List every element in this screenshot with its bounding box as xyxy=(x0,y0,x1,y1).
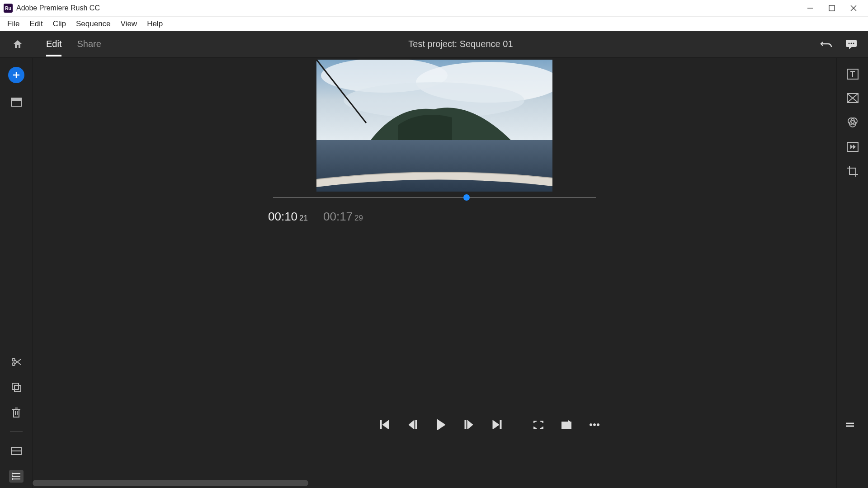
minimize-button[interactable] xyxy=(799,0,821,16)
left-rail xyxy=(0,58,33,488)
transitions-panel-icon[interactable] xyxy=(847,93,859,103)
svg-point-4 xyxy=(853,42,854,44)
tab-share[interactable]: Share xyxy=(77,32,101,56)
transport-controls: 00:10 21 00:17 29 xyxy=(33,210,836,488)
play-button[interactable] xyxy=(434,418,447,431)
go-end-button[interactable] xyxy=(491,418,503,431)
svg-rect-16 xyxy=(316,140,552,192)
svg-rect-20 xyxy=(465,420,466,429)
app-icon: Ru xyxy=(4,4,13,13)
duplicate-icon[interactable] xyxy=(9,381,24,394)
window-titlebar: Ru Adobe Premiere Rush CC xyxy=(0,0,868,16)
close-button[interactable] xyxy=(843,0,864,16)
step-forward-button[interactable] xyxy=(462,418,475,431)
duration-timecode: 00:17 29 xyxy=(323,210,363,488)
expand-tracks-icon[interactable] xyxy=(9,445,24,457)
app-toolbar: Edit Share Test project: Sequence 01 xyxy=(0,31,868,58)
svg-rect-6 xyxy=(11,98,21,100)
tab-edit[interactable]: Edit xyxy=(46,32,61,56)
svg-rect-0 xyxy=(829,5,835,11)
window-title: Adobe Premiere Rush CC xyxy=(16,4,100,12)
loop-button[interactable] xyxy=(560,418,573,431)
svg-point-3 xyxy=(851,42,852,44)
maximize-button[interactable] xyxy=(821,0,843,16)
timeline-options-button[interactable] xyxy=(844,418,856,431)
projects-icon[interactable] xyxy=(9,470,24,483)
scrub-bar[interactable] xyxy=(273,197,596,198)
crop-panel-icon[interactable] xyxy=(847,165,859,177)
fullscreen-button[interactable] xyxy=(532,418,545,431)
scissors-icon[interactable] xyxy=(9,356,24,368)
more-options-button[interactable] xyxy=(588,418,601,431)
menu-sequence[interactable]: Sequence xyxy=(71,18,115,30)
menu-edit[interactable]: Edit xyxy=(25,18,47,30)
trash-icon[interactable] xyxy=(9,406,24,419)
project-panel-icon[interactable] xyxy=(9,96,24,108)
home-button[interactable] xyxy=(11,38,24,51)
svg-rect-18 xyxy=(380,420,382,429)
add-media-button[interactable] xyxy=(8,67,24,83)
feedback-button[interactable] xyxy=(845,39,857,50)
svg-rect-21 xyxy=(500,420,501,429)
speed-panel-icon[interactable] xyxy=(847,142,859,152)
scrollbar-thumb[interactable] xyxy=(33,480,308,486)
menu-help[interactable]: Help xyxy=(142,18,167,30)
horizontal-scrollbar[interactable] xyxy=(33,480,836,486)
svg-point-7 xyxy=(12,358,15,361)
menu-file[interactable]: File xyxy=(3,18,24,30)
menu-bar: File Edit Clip Sequence View Help xyxy=(0,16,868,31)
svg-rect-10 xyxy=(14,385,21,392)
video-monitor[interactable] xyxy=(316,60,552,192)
svg-point-23 xyxy=(590,424,592,426)
menu-view[interactable]: View xyxy=(116,18,142,30)
menu-clip[interactable]: Clip xyxy=(48,18,71,30)
go-start-button[interactable] xyxy=(378,418,391,431)
svg-point-24 xyxy=(594,424,596,426)
step-back-button[interactable] xyxy=(406,418,419,431)
titles-panel-icon[interactable] xyxy=(847,69,859,80)
svg-rect-9 xyxy=(12,383,19,389)
current-timecode: 00:10 21 xyxy=(268,210,308,488)
project-title: Test project: Sequence 01 xyxy=(101,39,820,49)
svg-rect-19 xyxy=(415,420,417,429)
scrub-knob[interactable] xyxy=(463,194,470,201)
undo-button[interactable] xyxy=(820,39,833,50)
svg-point-2 xyxy=(849,42,850,44)
svg-point-25 xyxy=(597,424,599,426)
color-panel-icon[interactable] xyxy=(847,117,859,128)
svg-rect-22 xyxy=(562,422,571,428)
svg-point-8 xyxy=(12,363,15,366)
